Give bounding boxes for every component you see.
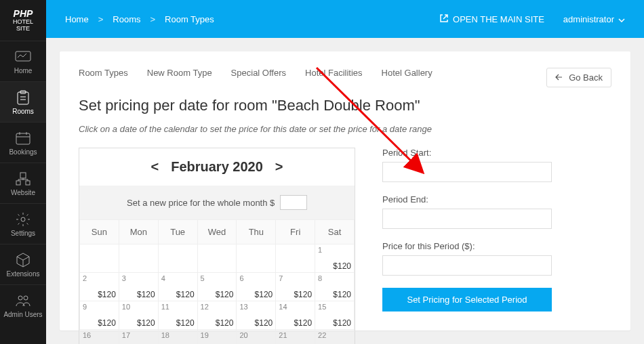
day-price: $120: [137, 318, 155, 328]
calendar-cell: [276, 244, 315, 273]
brand-name: PHP: [0, 8, 46, 19]
nav-home[interactable]: Home: [0, 41, 46, 81]
day-number: 12: [201, 303, 209, 311]
crumb-sep: >: [150, 14, 155, 24]
go-back-button[interactable]: Go Back: [546, 68, 611, 87]
user-dropdown[interactable]: administrator: [563, 14, 625, 24]
calendar-cell[interactable]: 6$120: [237, 273, 276, 301]
day-number: 5: [201, 274, 205, 282]
open-site-label: OPEN THE MAIN SITE: [453, 14, 544, 24]
brand-sub2: SITE: [0, 26, 46, 33]
calendar-cell: [80, 244, 119, 273]
calendar-cell[interactable]: 16$120: [80, 330, 119, 345]
month-price-row: Set a new price for the whole month $: [79, 186, 355, 219]
nav-website[interactable]: Website: [0, 163, 46, 203]
day-number: 14: [279, 303, 287, 311]
day-number: 20: [239, 331, 247, 339]
tab-hotel-facilities[interactable]: Hotel Facilities: [305, 68, 363, 78]
calendar-cell[interactable]: 19$120: [197, 330, 237, 345]
calendar-cell[interactable]: 7$120: [276, 273, 315, 301]
chevron-down-icon: [618, 14, 625, 24]
day-price: $120: [137, 290, 155, 299]
day-number: 3: [122, 274, 126, 282]
calendar-cell[interactable]: 5$120: [197, 273, 237, 301]
calendar-cell: [197, 244, 237, 273]
calendar-cell[interactable]: 10$120: [119, 301, 158, 330]
calendar-cell[interactable]: 1$120: [315, 244, 355, 273]
calendar-cell[interactable]: 2$120: [80, 273, 119, 301]
nav-label: Extensions: [0, 270, 46, 278]
nav-label: Settings: [0, 230, 46, 237]
calendar-cell[interactable]: 11$120: [158, 301, 197, 330]
nav-label: Bookings: [0, 148, 46, 156]
nav-label: Rooms: [0, 108, 46, 115]
calendar-cell[interactable]: 3$120: [119, 273, 158, 301]
day-price: $120: [294, 290, 312, 299]
card: Room Types New Room Type Special Offers …: [60, 51, 630, 330]
svg-point-9: [24, 296, 28, 300]
nav-admin-users[interactable]: Admin Users: [0, 284, 46, 325]
calendar-cell[interactable]: 13$120: [237, 301, 276, 330]
calendar-cell[interactable]: 12$120: [197, 301, 237, 330]
open-main-site-link[interactable]: OPEN THE MAIN SITE: [439, 14, 544, 25]
nav-bookings[interactable]: Bookings: [0, 122, 46, 163]
month-price-input[interactable]: [280, 195, 307, 210]
calendar-cell[interactable]: 22$120: [315, 330, 355, 345]
calendar-cell[interactable]: 9$120: [80, 301, 119, 330]
svg-rect-6: [26, 181, 30, 185]
day-price: $120: [98, 290, 116, 299]
crumb-home[interactable]: Home: [65, 14, 89, 24]
nav-rooms[interactable]: Rooms: [0, 81, 46, 122]
gear-icon: [0, 212, 46, 227]
set-pricing-button[interactable]: Set Pricing for Selected Period: [382, 288, 552, 311]
calendar-cell: [119, 244, 158, 273]
day-number: 4: [161, 274, 165, 282]
svg-rect-5: [16, 181, 20, 185]
day-number: 7: [279, 274, 283, 282]
svg-point-8: [18, 296, 22, 300]
users-icon: [0, 293, 46, 308]
calendar-cell[interactable]: 15$120: [315, 301, 355, 330]
calendar-cell[interactable]: 20$120: [237, 330, 276, 345]
calendar-cell[interactable]: 8$120: [315, 273, 355, 301]
tabs: Room Types New Room Type Special Offers …: [79, 68, 611, 78]
svg-rect-3: [16, 133, 30, 144]
tab-hotel-gallery[interactable]: Hotel Gallery: [382, 68, 432, 78]
period-start-input[interactable]: [382, 162, 552, 182]
day-header: Tue: [158, 220, 197, 244]
user-label: administrator: [563, 14, 614, 24]
tab-special-offers[interactable]: Special Offers: [231, 68, 286, 78]
crumb-roomtypes[interactable]: Room Types: [165, 14, 214, 24]
day-number: 17: [122, 331, 130, 339]
breadcrumbs: Home > Rooms > Room Types: [65, 14, 214, 24]
svg-rect-4: [20, 173, 26, 178]
day-price: $120: [255, 318, 273, 328]
calendar-cell[interactable]: 21$120: [276, 330, 315, 345]
nav-extensions[interactable]: Extensions: [0, 244, 46, 284]
nav-label: Website: [0, 189, 46, 196]
prev-month[interactable]: <: [138, 159, 171, 175]
day-number: 18: [161, 331, 169, 339]
day-header: Sun: [80, 220, 119, 244]
period-end-input[interactable]: [382, 209, 552, 229]
period-price-input[interactable]: [382, 255, 552, 276]
tab-new-room-type[interactable]: New Room Type: [147, 68, 212, 78]
day-price: $120: [333, 318, 351, 328]
next-month[interactable]: >: [263, 159, 296, 175]
crumb-rooms[interactable]: Rooms: [113, 14, 140, 24]
calendar-cell[interactable]: 17$120: [119, 330, 158, 345]
nav-settings[interactable]: Settings: [0, 203, 46, 244]
calendar-cell: [158, 244, 197, 273]
clipboard-icon: [0, 90, 46, 105]
nav-label: Admin Users: [0, 311, 46, 318]
box-icon: [0, 253, 46, 267]
content: Room Types New Room Type Special Offers …: [46, 38, 644, 344]
logo: PHP HOTEL SITE: [0, 0, 46, 41]
calendar: < February 2020 > Set a new price for th…: [79, 148, 355, 344]
period-end-label: Period End:: [382, 194, 611, 205]
calendar-cell[interactable]: 4$120: [158, 273, 197, 301]
day-header: Thu: [237, 220, 276, 244]
calendar-cell[interactable]: 18$120: [158, 330, 197, 345]
calendar-cell[interactable]: 14$120: [276, 301, 315, 330]
tab-room-types[interactable]: Room Types: [79, 68, 128, 78]
